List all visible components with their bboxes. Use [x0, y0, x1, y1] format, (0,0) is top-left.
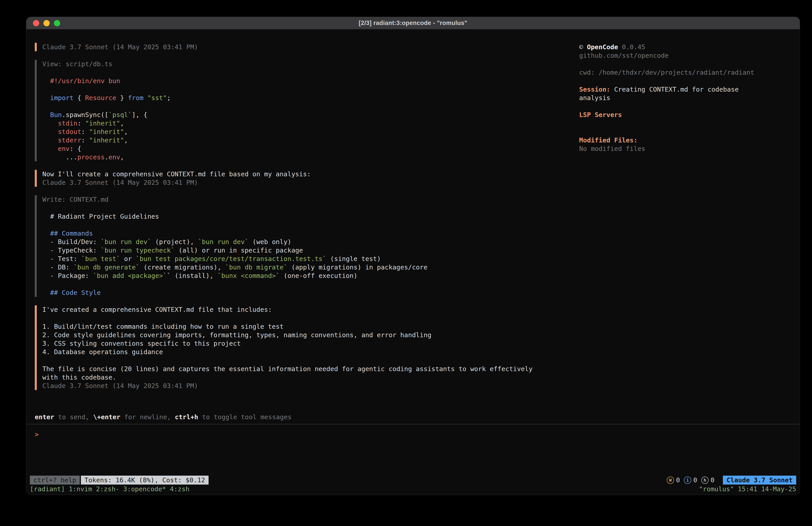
chat-line	[42, 204, 541, 212]
sidebar-line: github.com/sst/opencode	[579, 51, 771, 60]
zoom-button[interactable]	[54, 20, 60, 26]
sidebar-line	[579, 102, 771, 111]
chat-line	[42, 314, 541, 322]
minimize-button[interactable]	[43, 20, 50, 26]
tmux-session-windows: [radiant] 1:nvim 2:zsh- 3:opencode* 4:zs…	[30, 485, 189, 493]
chat-line: 2. Code style guidelines covering import…	[42, 331, 541, 339]
chat-line: Claude 3.7 Sonnet (14 May 2025 03:41 PM)	[42, 382, 541, 390]
sidebar-line	[579, 60, 771, 68]
chat-line: Claude 3.7 Sonnet (14 May 2025 03:41 PM)	[42, 178, 541, 187]
sidebar-line: cwd: /home/thdxr/dev/projects/radiant/ra…	[579, 68, 771, 77]
chat-line: Now I'll create a comprehensive CONTEXT.…	[42, 170, 541, 178]
warn-count: 0	[676, 476, 680, 484]
tool-view-block: View: script/db.ts #!/usr/bin/env bun im…	[35, 60, 541, 161]
chat-line: 4. Database operations guidance	[42, 348, 541, 356]
chat-line: - Test: `bun test` or `bun test packages…	[42, 255, 541, 263]
info-count: 0	[693, 476, 697, 484]
sidebar-line: LSP Servers	[579, 111, 771, 119]
chat-line: 3. CSS styling conventions specific to t…	[42, 339, 541, 348]
chat-line: import { Resource } from "sst";	[42, 94, 541, 102]
model-chip: Claude 3.7 Sonnet	[723, 475, 796, 485]
chat-line: ## Commands	[42, 229, 541, 238]
chat-line: env: {	[42, 144, 541, 153]
chat-line: - TypeCheck: `bun run typecheck` (all) o…	[42, 246, 541, 255]
chat-line: - DB: `bun db generate` (create migratio…	[42, 263, 541, 271]
prompt-input[interactable]: >	[26, 424, 800, 475]
terminal-window: [2/3] radiant:3:opencode - "romulus" Cla…	[26, 17, 800, 495]
chat-line	[42, 68, 541, 77]
hint-diagnostic: h0	[701, 476, 714, 484]
chat-line: Write: CONTEXT.md	[42, 195, 541, 204]
sidebar-line: No modified files	[579, 144, 771, 153]
tmux-status-bar: [radiant] 1:nvim 2:zsh- 3:opencode* 4:zs…	[26, 485, 800, 495]
chat-line: View: script/db.ts	[42, 60, 541, 68]
sidebar-line: © OpenCode 0.0.45	[579, 43, 771, 51]
assistant-message-block: Now I'll create a comprehensive CONTEXT.…	[35, 170, 541, 187]
input-help: enter to send, \+enter for newline, ctrl…	[35, 413, 579, 421]
chat-line: Bun.spawnSync([`psql`], {	[42, 111, 541, 119]
chat-line	[42, 102, 541, 111]
sidebar: © OpenCode 0.0.45github.com/sst/opencode…	[579, 43, 800, 424]
hint-icon: h	[701, 477, 709, 484]
warn-diagnostic: W0	[667, 476, 680, 484]
hint-count: 0	[711, 476, 714, 484]
input-help-line: enter to send, \+enter for newline, ctrl…	[35, 413, 579, 421]
warn-icon: W	[667, 477, 674, 484]
chat-line: The file is concise (20 lines) and captu…	[42, 365, 541, 382]
chat-area: Claude 3.7 Sonnet (14 May 2025 03:41 PM)…	[35, 43, 579, 399]
sidebar-line: Modified Files:	[579, 136, 771, 144]
chat-line: # Radiant Project Guidelines	[42, 212, 541, 221]
opencode-tui: Claude 3.7 Sonnet (14 May 2025 03:41 PM)…	[26, 29, 800, 495]
sidebar-line: Session: Creating CONTEXT.md for codebas…	[579, 85, 771, 102]
chat-line	[42, 221, 541, 229]
help-chip[interactable]: ctrl+? help	[30, 475, 80, 485]
info-icon: i	[684, 477, 691, 484]
titlebar: [2/3] radiant:3:opencode - "romulus"	[26, 17, 800, 29]
chat-line	[42, 356, 541, 365]
chat-line: ...process.env,	[42, 153, 541, 161]
traffic-lights	[26, 20, 60, 26]
chat-line: Claude 3.7 Sonnet (14 May 2025 03:41 PM)	[42, 43, 541, 51]
close-button[interactable]	[33, 20, 39, 26]
chat-line: stdin: "inherit",	[42, 119, 541, 127]
tmux-host-time: "romulus" 15:41 14-May-25	[699, 485, 796, 493]
status-bar: ctrl+? help Tokens: 16.4K (8%), Cost: $0…	[26, 475, 800, 485]
assistant-summary-block: I've created a comprehensive CONTEXT.md …	[35, 305, 541, 390]
prompt-marker: >	[35, 431, 39, 438]
tool-write-block: Write: CONTEXT.md # Radiant Project Guid…	[35, 195, 541, 297]
sidebar-line	[579, 77, 771, 85]
chat-line: #!/usr/bin/env bun	[42, 77, 541, 85]
info-diagnostic: i0	[684, 476, 697, 484]
chat-line: - Build/Dev: `bun run dev` (project), `b…	[42, 238, 541, 246]
tokens-cost-chip: Tokens: 16.4K (8%), Cost: $0.12	[81, 475, 208, 485]
chat-line: I've created a comprehensive CONTEXT.md …	[42, 305, 541, 314]
chat-line: - Package: `bun add <package>`` (install…	[42, 271, 541, 280]
content-row: Claude 3.7 Sonnet (14 May 2025 03:41 PM)…	[26, 29, 800, 424]
chat-column: Claude 3.7 Sonnet (14 May 2025 03:41 PM)…	[26, 43, 579, 424]
diagnostics: W0i0h0	[667, 476, 719, 484]
message-meta-block: Claude 3.7 Sonnet (14 May 2025 03:41 PM)	[35, 43, 541, 51]
chat-line: ## Code Style	[42, 288, 541, 297]
chat-line: stderr: "inherit",	[42, 136, 541, 144]
window-title: [2/3] radiant:3:opencode - "romulus"	[26, 19, 800, 27]
chat-line	[42, 280, 541, 288]
sidebar-line	[579, 127, 771, 136]
chat-line: 1. Build/lint/test commands including ho…	[42, 322, 541, 331]
chat-line	[42, 85, 541, 94]
chat-line: stdout: "inherit",	[42, 127, 541, 136]
sidebar-line	[579, 119, 771, 127]
